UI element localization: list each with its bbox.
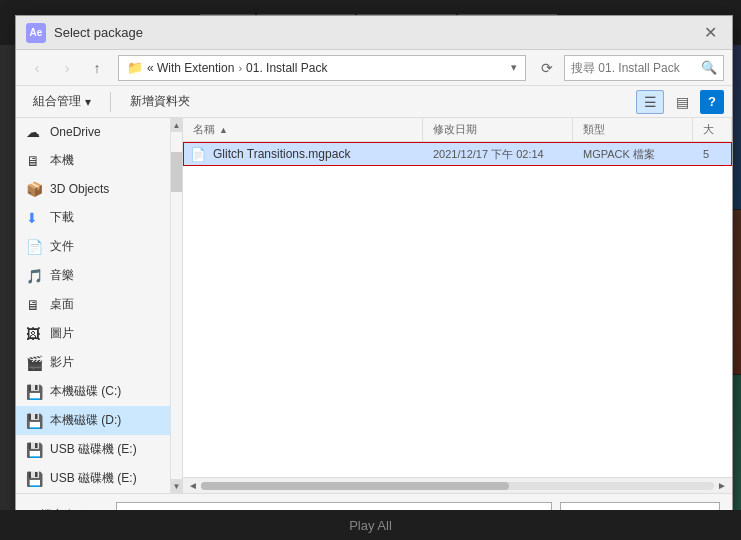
file-toolbar: 組合管理 ▾ 新增資料夾 ☰ ▤ ? <box>16 86 732 118</box>
col-size-label: 大 <box>703 122 714 137</box>
file-area: 名稱 ▲ 修改日期 類型 大 📄 Glitch Transitions.mgpa… <box>183 118 732 493</box>
sidebar-item-pictures[interactable]: 🖼 圖片 <box>16 319 170 348</box>
sidebar-item-label: 本機 <box>50 152 74 169</box>
sidebar-item-videos[interactable]: 🎬 影片 <box>16 348 170 377</box>
sidebar-item-label: OneDrive <box>50 125 101 139</box>
sidebar-item-label: 本機磁碟 (D:) <box>50 412 121 429</box>
breadcrumb-current: 01. Install Pack <box>246 61 327 75</box>
breadcrumb-separator: › <box>238 62 242 74</box>
nav-toolbar: ‹ › ↑ 📁 « With Extention › 01. Install P… <box>16 50 732 86</box>
help-button[interactable]: ? <box>700 90 724 114</box>
breadcrumb-dropdown-arrow[interactable]: ▾ <box>511 61 517 74</box>
usb-icon-2: 💾 <box>26 471 44 487</box>
sidebar-item-downloads[interactable]: ⬇ 下載 <box>16 203 170 232</box>
drive-c-icon: 💾 <box>26 384 44 400</box>
sidebar-item-label: 本機磁碟 (C:) <box>50 383 121 400</box>
sidebar-item-usb-e2[interactable]: 💾 USB 磁碟機 (E:) <box>16 464 170 493</box>
col-header-date[interactable]: 修改日期 <box>423 118 573 141</box>
col-name-label: 名稱 <box>193 122 215 137</box>
sidebar-item-label: 圖片 <box>50 325 74 342</box>
close-button[interactable]: ✕ <box>698 21 722 45</box>
desktop-icon: 🖥 <box>26 297 44 313</box>
computer-icon: 🖥 <box>26 153 44 169</box>
scroll-right-arrow[interactable]: ► <box>714 478 730 494</box>
col-header-name[interactable]: 名稱 ▲ <box>183 118 423 141</box>
sidebar-scroll-up[interactable]: ▲ <box>171 118 182 132</box>
download-icon: ⬇ <box>26 210 44 226</box>
sidebar-item-label: 音樂 <box>50 267 74 284</box>
sidebar-item-drive-d[interactable]: 💾 本機磁碟 (D:) <box>16 406 170 435</box>
music-icon: 🎵 <box>26 268 44 284</box>
sidebar-item-drive-c[interactable]: 💾 本機磁碟 (C:) <box>16 377 170 406</box>
new-folder-label: 新增資料夾 <box>130 93 190 110</box>
sidebar-item-label: 影片 <box>50 354 74 371</box>
folder-icon: 📁 <box>127 60 143 75</box>
up-button[interactable]: ↑ <box>84 56 110 80</box>
play-all-bar: Play All <box>0 510 741 540</box>
select-package-dialog: Ae Select package ✕ ‹ › ↑ 📁 « With Exten… <box>15 15 733 540</box>
video-icon: 🎬 <box>26 355 44 371</box>
file-list: 📄 Glitch Transitions.mgpack 2021/12/17 下… <box>183 142 732 477</box>
drive-d-icon: 💾 <box>26 413 44 429</box>
horizontal-scrollbar[interactable]: ◄ ► <box>183 477 732 493</box>
hscroll-track[interactable] <box>201 482 714 490</box>
back-button[interactable]: ‹ <box>24 56 50 80</box>
sidebar-item-label: USB 磁碟機 (E:) <box>50 441 137 458</box>
sidebar-item-label: 3D Objects <box>50 182 109 196</box>
file-date: 2021/12/17 下午 02:14 <box>433 147 583 162</box>
toolbar-separator <box>110 92 111 112</box>
sort-arrow: ▲ <box>219 125 228 135</box>
sidebar-item-label: 桌面 <box>50 296 74 313</box>
file-name: Glitch Transitions.mgpack <box>213 147 433 161</box>
usb-icon-1: 💾 <box>26 442 44 458</box>
sidebar-scroll-track <box>171 132 182 479</box>
sidebar-section: ☁ OneDrive 🖥 本機 📦 3D Objects ⬇ 下載 📄 <box>16 118 183 493</box>
search-icon: 🔍 <box>701 60 717 75</box>
dialog-titlebar: Ae Select package ✕ <box>16 16 732 50</box>
column-headers: 名稱 ▲ 修改日期 類型 大 <box>183 118 732 142</box>
file-type: MGPACK 檔案 <box>583 147 703 162</box>
forward-button[interactable]: › <box>54 56 80 80</box>
dialog-title: Select package <box>54 25 698 40</box>
search-input[interactable] <box>571 61 697 75</box>
file-size: 5 <box>703 148 726 160</box>
picture-icon: 🖼 <box>26 326 44 342</box>
sidebar: ☁ OneDrive 🖥 本機 📦 3D Objects ⬇ 下載 📄 <box>16 118 171 493</box>
cloud-icon: ☁ <box>26 124 44 140</box>
scroll-left-arrow[interactable]: ◄ <box>185 478 201 494</box>
new-folder-button[interactable]: 新增資料夾 <box>121 89 199 114</box>
breadcrumb-root: « With Extention <box>147 61 234 75</box>
list-view-button[interactable]: ☰ <box>636 90 664 114</box>
sidebar-item-documents[interactable]: 📄 文件 <box>16 232 170 261</box>
breadcrumb[interactable]: 📁 « With Extention › 01. Install Pack ▾ <box>118 55 526 81</box>
organize-button[interactable]: 組合管理 ▾ <box>24 89 100 114</box>
col-date-label: 修改日期 <box>433 122 477 137</box>
view-controls: ☰ ▤ ? <box>636 90 724 114</box>
3d-icon: 📦 <box>26 181 44 197</box>
sidebar-scroll-down[interactable]: ▼ <box>171 479 182 493</box>
sidebar-item-usb-e1[interactable]: 💾 USB 磁碟機 (E:) <box>16 435 170 464</box>
sidebar-item-onedrive[interactable]: ☁ OneDrive <box>16 118 170 146</box>
sidebar-item-label: 下載 <box>50 209 74 226</box>
ae-icon: Ae <box>26 23 46 43</box>
play-all-text: Play All <box>349 518 392 533</box>
sidebar-item-desktop[interactable]: 🖥 桌面 <box>16 290 170 319</box>
organize-label: 組合管理 <box>33 93 81 110</box>
sidebar-item-music[interactable]: 🎵 音樂 <box>16 261 170 290</box>
col-header-size[interactable]: 大 <box>693 118 732 141</box>
sidebar-item-3dobjects[interactable]: 📦 3D Objects <box>16 175 170 203</box>
sidebar-scrollbar[interactable]: ▲ ▼ <box>171 118 183 493</box>
file-icon: 📄 <box>189 145 207 163</box>
search-box[interactable]: 🔍 <box>564 55 724 81</box>
sidebar-item-mypc[interactable]: 🖥 本機 <box>16 146 170 175</box>
sidebar-item-label: USB 磁碟機 (E:) <box>50 470 137 487</box>
col-header-type[interactable]: 類型 <box>573 118 693 141</box>
refresh-button[interactable]: ⟳ <box>534 56 560 80</box>
sidebar-item-label: 文件 <box>50 238 74 255</box>
details-view-button[interactable]: ▤ <box>668 90 696 114</box>
hscroll-thumb <box>201 482 509 490</box>
table-row[interactable]: 📄 Glitch Transitions.mgpack 2021/12/17 下… <box>183 142 732 166</box>
col-type-label: 類型 <box>583 122 605 137</box>
organize-arrow: ▾ <box>85 95 91 109</box>
document-icon: 📄 <box>26 239 44 255</box>
